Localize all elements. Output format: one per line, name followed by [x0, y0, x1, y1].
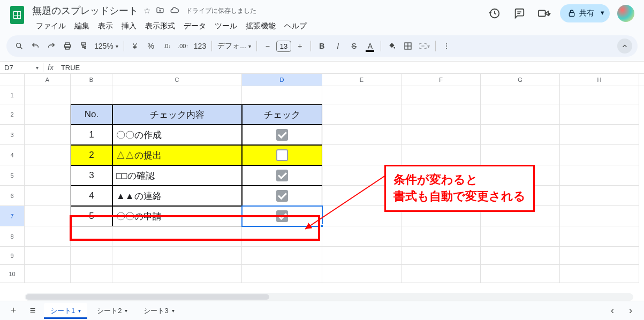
- cell-D4[interactable]: [242, 145, 322, 165]
- currency-button[interactable]: ¥: [127, 39, 142, 54]
- menu-data[interactable]: データ: [180, 19, 210, 33]
- cell-A1[interactable]: [25, 86, 71, 104]
- cell-H7[interactable]: [560, 206, 639, 226]
- cell-D1[interactable]: [242, 86, 322, 104]
- cell-E1[interactable]: [322, 86, 401, 104]
- fx-icon[interactable]: fx: [43, 63, 58, 72]
- row-header-2[interactable]: 2: [0, 104, 25, 125]
- cell-G2[interactable]: [481, 104, 560, 125]
- cell-C3[interactable]: 〇〇の作成: [112, 125, 242, 145]
- cell-F3[interactable]: [401, 125, 481, 145]
- meet-icon[interactable]: ▾: [535, 5, 552, 22]
- cell-D3[interactable]: [242, 125, 322, 145]
- cell-B4[interactable]: 2: [71, 145, 112, 165]
- cell-F9[interactable]: [401, 247, 481, 265]
- tab-scroll-left-icon[interactable]: ‹: [604, 303, 620, 319]
- redo-icon[interactable]: [44, 39, 59, 54]
- menu-view[interactable]: 表示: [94, 19, 117, 33]
- cell-H8[interactable]: [560, 226, 639, 247]
- cell-H3[interactable]: [560, 125, 639, 145]
- sheet-tab-2-menu-icon[interactable]: ▾: [125, 308, 127, 314]
- menu-help[interactable]: ヘルプ: [281, 19, 310, 33]
- row-header-9[interactable]: 9: [0, 247, 25, 265]
- number-format-button[interactable]: 123: [192, 39, 208, 54]
- menu-extensions[interactable]: 拡張機能: [242, 19, 279, 33]
- namebox-dropdown-icon[interactable]: ▾: [36, 65, 39, 71]
- checkbox-icon[interactable]: [276, 129, 288, 141]
- sheets-logo[interactable]: [6, 4, 28, 26]
- cell-H1[interactable]: [560, 86, 639, 104]
- percent-button[interactable]: %: [143, 39, 158, 54]
- cell-E2[interactable]: [322, 104, 401, 125]
- row-header-10[interactable]: 10: [0, 265, 25, 283]
- italic-button[interactable]: I: [330, 39, 345, 54]
- cell-E9[interactable]: [322, 247, 401, 265]
- cell-A3[interactable]: [25, 125, 71, 145]
- cell-G9[interactable]: [481, 247, 560, 265]
- cell-A4[interactable]: [25, 145, 71, 165]
- cell-G10[interactable]: [481, 265, 560, 283]
- cell-H10[interactable]: [560, 265, 639, 283]
- cell-D2[interactable]: チェック: [242, 104, 322, 125]
- cell-G3[interactable]: [481, 125, 560, 145]
- cell-D6[interactable]: [242, 186, 322, 206]
- cell-C7[interactable]: 〇〇の申請: [112, 206, 242, 226]
- borders-button[interactable]: [400, 39, 415, 54]
- col-header-C[interactable]: C: [112, 74, 242, 86]
- horizontal-scrollbar[interactable]: [25, 293, 633, 301]
- move-icon[interactable]: [156, 6, 164, 16]
- merge-cells-button[interactable]: ▾: [416, 39, 432, 54]
- col-header-H[interactable]: H: [560, 74, 639, 86]
- cell-A7[interactable]: [25, 206, 71, 226]
- cell-C2[interactable]: チェック内容: [112, 104, 242, 125]
- user-avatar[interactable]: [617, 5, 634, 22]
- cell-G1[interactable]: [481, 86, 560, 104]
- row-header-8[interactable]: 8: [0, 226, 25, 247]
- cell-B5[interactable]: 3: [71, 165, 112, 186]
- cell-C6[interactable]: ▲▲の連絡: [112, 186, 242, 206]
- formula-value[interactable]: TRUE: [58, 64, 83, 72]
- cell-C5[interactable]: □□の確認: [112, 165, 242, 186]
- history-icon[interactable]: [486, 5, 503, 22]
- cell-C1[interactable]: [112, 86, 242, 104]
- col-header-E[interactable]: E: [322, 74, 401, 86]
- menu-format[interactable]: 表示形式: [141, 19, 179, 33]
- cell-F2[interactable]: [401, 104, 481, 125]
- undo-icon[interactable]: [28, 39, 43, 54]
- row-header-3[interactable]: 3: [0, 125, 25, 145]
- cell-C9[interactable]: [112, 247, 242, 265]
- sheet-tab-1-menu-icon[interactable]: ▾: [78, 308, 81, 314]
- cell-B9[interactable]: [71, 247, 112, 265]
- select-all-corner[interactable]: [0, 74, 25, 86]
- strikethrough-button[interactable]: S: [346, 39, 361, 54]
- cell-H5[interactable]: [560, 165, 639, 186]
- share-dropdown[interactable]: ▾: [595, 4, 610, 22]
- cell-A9[interactable]: [25, 247, 71, 265]
- cell-B8[interactable]: [71, 226, 112, 247]
- cell-A8[interactable]: [25, 226, 71, 247]
- cell-E8[interactable]: [322, 226, 401, 247]
- checkbox-icon[interactable]: [276, 170, 288, 181]
- sheet-tab-1[interactable]: シート1▾: [44, 303, 87, 319]
- menu-edit[interactable]: 編集: [71, 19, 93, 33]
- collapse-toolbar-icon[interactable]: [617, 39, 632, 54]
- cell-C10[interactable]: [112, 265, 242, 283]
- col-header-D[interactable]: D: [242, 74, 322, 86]
- spreadsheet-grid[interactable]: ABCDEFGH12No.チェック内容チェック31〇〇の作成42△△の提出53□…: [0, 74, 644, 301]
- checkbox-icon[interactable]: [276, 210, 288, 222]
- sheet-tab-2[interactable]: シート2▾: [90, 303, 134, 319]
- row-header-1[interactable]: 1: [0, 86, 25, 104]
- cell-D9[interactable]: [242, 247, 322, 265]
- cell-B2[interactable]: No.: [71, 104, 112, 125]
- cell-C8[interactable]: [112, 226, 242, 247]
- cell-H2[interactable]: [560, 104, 639, 125]
- cell-D8[interactable]: [242, 226, 322, 247]
- cell-A5[interactable]: [25, 165, 71, 186]
- menu-tools[interactable]: ツール: [211, 19, 241, 33]
- comment-icon[interactable]: [511, 5, 528, 22]
- doc-title[interactable]: 無題のスプレッドシート: [32, 4, 138, 17]
- cell-F10[interactable]: [401, 265, 481, 283]
- sheet-tab-3-menu-icon[interactable]: ▾: [172, 308, 175, 314]
- more-toolbar-icon[interactable]: ⋮: [439, 39, 454, 54]
- cell-B1[interactable]: [71, 86, 112, 104]
